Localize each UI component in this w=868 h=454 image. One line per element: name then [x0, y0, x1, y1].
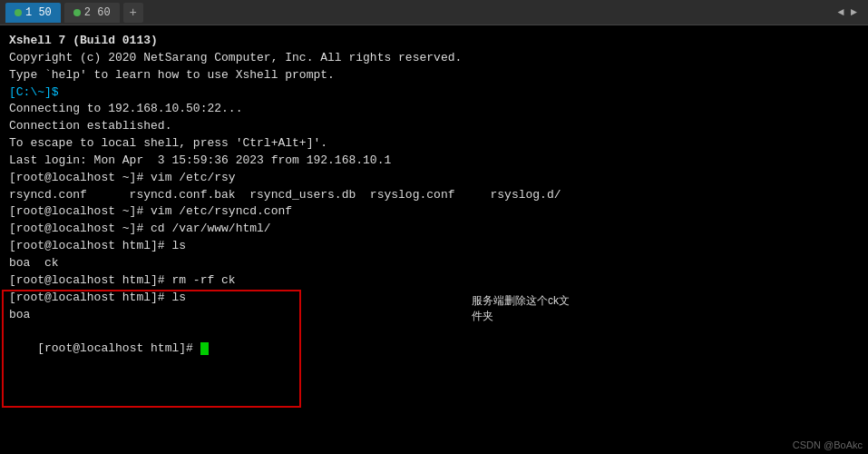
tab-1-label: 1 50	[25, 6, 52, 19]
line-16: boa ck	[9, 255, 859, 272]
line-8: To escape to local shell, press 'Ctrl+Al…	[9, 135, 859, 153]
title-bar: 1 50 2 60 + ◄ ►	[0, 0, 868, 25]
line-13: [root@localhost ~]# vim /etc/rsyncd.conf	[9, 203, 859, 221]
line-19: boa	[9, 307, 859, 324]
line-14: [root@localhost ~]# cd /var/www/html/	[9, 221, 859, 238]
line-4: [C:\~]$	[9, 84, 859, 102]
annotation-text: 服务端删除这个ck文件夹	[472, 293, 570, 324]
tab-1[interactable]: 1 50	[5, 3, 61, 23]
line-1: Copyright (c) 2020 NetSarang Computer, I…	[9, 50, 859, 67]
tab-2-label: 2 60	[84, 6, 111, 19]
cursor	[200, 342, 209, 355]
line-15: [root@localhost html]# ls	[9, 238, 859, 255]
nav-arrows[interactable]: ◄ ►	[832, 6, 863, 19]
line-3: Type `help' to learn how to use Xshell p…	[9, 67, 859, 84]
line-20: [root@localhost html]#	[9, 323, 859, 375]
tab-add-button[interactable]: +	[123, 3, 143, 23]
terminal: Xshell 7 (Build 0113) Copyright (c) 2020…	[0, 25, 868, 454]
line-0: Xshell 7 (Build 0113)	[9, 33, 859, 50]
tab-2[interactable]: 2 60	[64, 3, 120, 23]
tab-2-indicator	[73, 9, 81, 16]
line-6: Connecting to 192.168.10.50:22...	[9, 101, 859, 118]
line-18: [root@localhost html]# ls	[9, 290, 859, 307]
line-12: rsyncd.conf rsyncd.conf.bak rsyncd_users…	[9, 187, 859, 204]
line-11: [root@localhost ~]# vim /etc/rsy	[9, 170, 859, 187]
line-17: [root@localhost html]# rm -rf ck	[9, 272, 859, 290]
line-7: Connection established.	[9, 118, 859, 135]
tab-1-indicator	[15, 9, 22, 16]
last-prompt: [root@localhost html]#	[37, 341, 200, 355]
watermark: CSDN @BoAkc	[793, 439, 863, 450]
line-10: Last login: Mon Apr 3 15:59:36 2023 from…	[9, 153, 859, 170]
